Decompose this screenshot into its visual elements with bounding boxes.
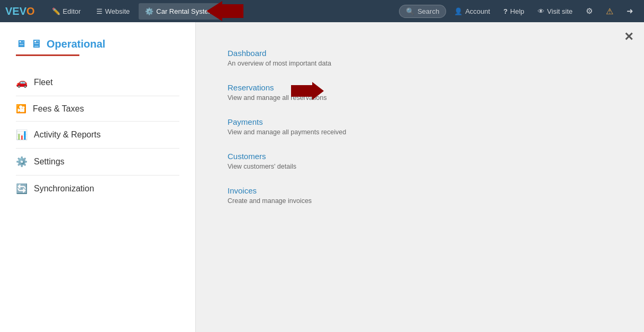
nav-links: ✏️ Editor ☰ Website ⚙️ Car Rental System — [46, 3, 399, 20]
warning-button[interactable]: ⚠ — [601, 3, 619, 20]
search-icon: 🔍 — [406, 7, 414, 15]
nav-editor-label: Editor — [63, 7, 81, 15]
car-icon: 🚗 — [16, 77, 28, 88]
brand-vev: VEV — [5, 5, 26, 17]
sidebar-item-synchronization[interactable]: 🔄 Synchronization — [16, 176, 179, 202]
nav-car-rental[interactable]: ⚙️ Car Rental System — [139, 3, 220, 20]
sidebar: 🖥 Operational 🚗 Fleet 🎦 Fees & Taxes 📊 A… — [0, 22, 196, 332]
pencil-icon: ✏️ — [52, 7, 60, 15]
visit-site-label: Visit site — [547, 7, 573, 15]
gear-settings-button[interactable]: ⚙ — [580, 3, 598, 19]
help-label: Help — [510, 7, 524, 15]
warning-icon: ⚠ — [606, 6, 613, 16]
main-content: 🖥 Operational 🚗 Fleet 🎦 Fees & Taxes 📊 A… — [0, 22, 644, 332]
person-icon: 👤 — [454, 7, 462, 15]
search-box[interactable]: 🔍 Search — [399, 5, 446, 18]
reservations-link[interactable]: Reservations — [228, 83, 612, 92]
gear-nav-icon: ⚙️ — [145, 7, 153, 15]
account-button[interactable]: 👤 Account — [449, 4, 495, 19]
dashboard-desc: An overview of most important data — [228, 60, 612, 67]
eye-icon: 👁 — [538, 7, 545, 15]
monitor-icon: 🖥 — [31, 38, 41, 50]
payments-desc: View and manage all payments received — [228, 128, 612, 136]
fees-icon: 🎦 — [16, 104, 26, 114]
invoices-desc: Create and manage invoices — [228, 197, 612, 205]
navbar: VEVO ✏️ Editor ☰ Website ⚙️ Car Rental S… — [0, 0, 644, 22]
brand-logo[interactable]: VEVO — [5, 5, 35, 17]
arrow-right-icon: ➜ — [627, 6, 633, 16]
menu-payments: Payments View and manage all payments re… — [228, 117, 612, 136]
nav-car-rental-label: Car Rental System — [156, 7, 214, 15]
help-button[interactable]: ? Help — [498, 4, 530, 19]
chart-icon: 📊 — [16, 129, 28, 141]
sidebar-item-activity-reports[interactable]: 📊 Activity & Reports — [16, 122, 179, 149]
menu-invoices: Invoices Create and manage invoices — [228, 186, 612, 205]
sidebar-item-fees-taxes[interactable]: 🎦 Fees & Taxes — [16, 96, 179, 122]
sidebar-item-settings[interactable]: ⚙️ Settings — [16, 149, 179, 176]
invoices-link[interactable]: Invoices — [228, 186, 612, 195]
customers-link[interactable]: Customers — [228, 152, 612, 161]
sidebar-operational-label: Operational — [47, 38, 105, 50]
nav-website-label: Website — [105, 7, 130, 15]
right-panel: ✕ Dashboard An overview of most importan… — [196, 22, 644, 332]
sidebar-activity-label: Activity & Reports — [34, 130, 101, 140]
sidebar-fees-label: Fees & Taxes — [33, 104, 84, 114]
menu-customers: Customers View customers' details — [228, 152, 612, 170]
account-label: Account — [465, 7, 490, 15]
sync-icon: 🔄 — [16, 183, 28, 195]
menu-icon: ☰ — [96, 7, 103, 15]
logout-button[interactable]: ➜ — [621, 3, 639, 19]
sidebar-underline — [16, 54, 79, 56]
search-placeholder: Search — [418, 7, 439, 15]
nav-right: 🔍 Search 👤 Account ? Help 👁 Visit site ⚙… — [399, 3, 639, 20]
sidebar-section-title: 🖥 Operational — [16, 38, 179, 50]
settings-sidebar-icon: ⚙️ — [16, 156, 28, 168]
customers-desc: View customers' details — [228, 163, 612, 170]
nav-website[interactable]: ☰ Website — [90, 3, 137, 20]
payments-link[interactable]: Payments — [228, 117, 612, 126]
dashboard-link[interactable]: Dashboard — [228, 49, 612, 58]
sidebar-fleet-label: Fleet — [34, 78, 53, 87]
menu-dashboard: Dashboard An overview of most important … — [228, 49, 612, 67]
reservations-desc: View and manage all reservations — [228, 94, 612, 102]
sidebar-sync-label: Synchronization — [34, 184, 94, 193]
sidebar-item-fleet[interactable]: 🚗 Fleet — [16, 69, 179, 96]
close-button[interactable]: ✕ — [624, 30, 633, 44]
menu-reservations: Reservations View and manage all reserva… — [228, 83, 612, 102]
question-icon: ? — [503, 7, 507, 15]
settings-icon: ⚙ — [586, 6, 593, 16]
nav-editor[interactable]: ✏️ Editor — [46, 3, 87, 20]
visit-site-button[interactable]: 👁 Visit site — [532, 4, 578, 19]
brand-c: O — [26, 5, 35, 17]
sidebar-settings-label: Settings — [34, 157, 65, 167]
